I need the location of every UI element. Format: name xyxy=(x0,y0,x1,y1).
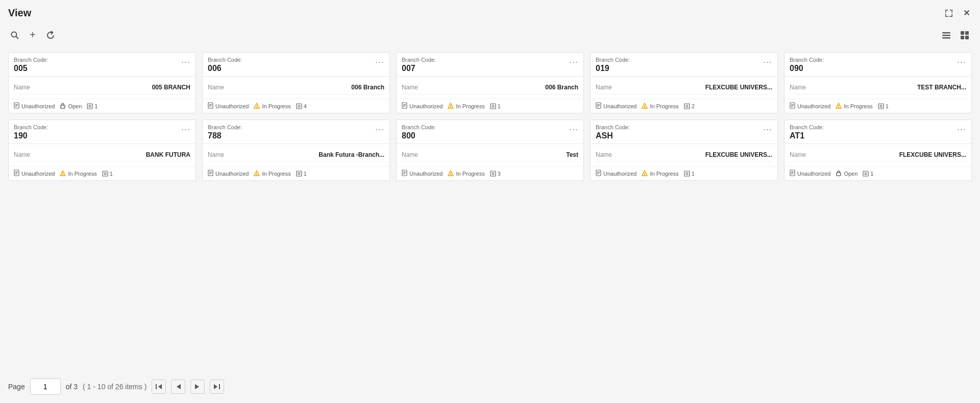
doc-icon-5 xyxy=(14,170,19,177)
doc-icon-2 xyxy=(402,102,407,110)
status2-text-0: Open xyxy=(68,103,82,109)
svg-point-101 xyxy=(645,175,645,175)
card-8[interactable]: Branch Code: ASH ··· Name FLEXCUBE UNIVE… xyxy=(590,120,778,181)
card-3[interactable]: Branch Code: 019 ··· Name FLEXCUBE UNIVE… xyxy=(590,52,778,113)
status-progress-8: In Progress xyxy=(642,170,678,177)
card-body-9: Name FLEXCUBE UNIVERS... xyxy=(785,144,971,166)
card-menu-8[interactable]: ··· xyxy=(763,124,772,135)
card-2[interactable]: Branch Code: 007 ··· Name 006 Branch xyxy=(396,52,584,113)
svg-rect-4 xyxy=(942,37,950,39)
first-page-button[interactable] xyxy=(152,380,166,394)
card-footer-0: Unauthorized Open 1 xyxy=(9,99,195,113)
add-button[interactable]: + xyxy=(28,27,38,43)
card-9[interactable]: Branch Code: AT1 ··· Name FLEXCUBE UNIVE… xyxy=(784,120,972,181)
expand-button[interactable] xyxy=(943,7,955,19)
card-menu-6[interactable]: ··· xyxy=(375,124,384,135)
status2-icon-1 xyxy=(254,103,260,110)
refresh-button[interactable] xyxy=(44,29,57,42)
branch-code-label-8: Branch Code: xyxy=(596,124,630,130)
card-body-2: Name 006 Branch xyxy=(397,77,583,99)
branch-code-label-3: Branch Code: xyxy=(596,57,630,63)
card-4[interactable]: Branch Code: 090 ··· Name TEST BRANCH... xyxy=(784,52,972,113)
card-footer-9: Unauthorized Open 1 xyxy=(785,167,971,180)
branch-code-9: AT1 xyxy=(790,130,824,144)
svg-rect-2 xyxy=(942,32,950,34)
name-value-2: 006 Branch xyxy=(545,84,578,91)
status-unauthorized-8: Unauthorized xyxy=(596,170,636,177)
next-page-button[interactable] xyxy=(190,380,205,394)
card-menu-7[interactable]: ··· xyxy=(569,124,578,135)
branch-code-label-7: Branch Code: xyxy=(402,124,436,130)
status2-text-6: In Progress xyxy=(262,171,290,177)
count-value-1: 4 xyxy=(304,103,307,109)
status2-icon-3 xyxy=(642,103,648,110)
title-bar-right: ✕ xyxy=(943,6,972,20)
page-input[interactable] xyxy=(30,378,61,395)
svg-rect-116 xyxy=(156,384,157,389)
close-button[interactable]: ✕ xyxy=(961,6,972,20)
card-body-6: Name Bank Futura -Branch... xyxy=(203,144,389,166)
card-footer-2: Unauthorized In Progress 1 xyxy=(397,99,583,113)
count-badge-3: 2 xyxy=(684,103,695,109)
name-value-7: Test xyxy=(566,151,578,158)
status-unauthorized-4: Unauthorized xyxy=(790,102,830,110)
branch-code-7: 800 xyxy=(402,130,436,144)
cards-row-1: Branch Code: 005 ··· Name 005 BRANCH xyxy=(8,52,972,113)
card-menu-4[interactable]: ··· xyxy=(957,57,966,67)
doc-icon-7 xyxy=(402,170,407,177)
status-unauthorized-7: Unauthorized xyxy=(402,170,443,177)
card-menu-9[interactable]: ··· xyxy=(957,124,966,135)
count-badge-0: 1 xyxy=(87,103,97,109)
prev-page-button[interactable] xyxy=(171,380,185,394)
doc-icon-4 xyxy=(790,102,795,110)
branch-code-1: 006 xyxy=(208,63,242,76)
status-unauthorized-0: Unauthorized xyxy=(14,102,55,110)
status2-icon-6 xyxy=(254,170,260,177)
card-body-7: Name Test xyxy=(397,144,583,166)
status-progress-0: Open xyxy=(60,103,82,110)
card-1[interactable]: Branch Code: 006 ··· Name 006 Branch xyxy=(202,52,390,113)
card-footer-6: Unauthorized In Progress 1 xyxy=(203,167,389,180)
status-progress-1: In Progress xyxy=(254,103,290,110)
svg-line-1 xyxy=(16,36,19,39)
name-value-4: TEST BRANCH... xyxy=(917,84,966,91)
search-button[interactable] xyxy=(8,29,21,42)
card-menu-2[interactable]: ··· xyxy=(569,57,578,67)
svg-rect-5 xyxy=(961,31,964,35)
toolbar-right xyxy=(939,28,972,42)
status2-text-5: In Progress xyxy=(68,171,96,177)
page-label: Page xyxy=(8,383,25,391)
status2-icon-0 xyxy=(60,103,66,110)
svg-marker-117 xyxy=(177,384,181,389)
branch-code-label-1: Branch Code: xyxy=(208,57,242,63)
doc-icon-6 xyxy=(208,170,213,177)
svg-rect-110 xyxy=(837,173,841,176)
status1-text-0: Unauthorized xyxy=(21,103,55,109)
list-view-button[interactable] xyxy=(939,28,953,42)
card-0[interactable]: Branch Code: 005 ··· Name 005 BRANCH xyxy=(8,52,196,113)
grid-view-button[interactable] xyxy=(958,28,972,42)
toolbar: + xyxy=(0,24,980,46)
card-name-row-6: Name Bank Futura -Branch... xyxy=(208,148,384,162)
status2-text-2: In Progress xyxy=(456,103,484,109)
svg-point-57 xyxy=(839,107,839,108)
status-unauthorized-6: Unauthorized xyxy=(208,170,249,177)
name-value-8: FLEXCUBE UNIVERS... xyxy=(705,151,772,158)
count-value-7: 3 xyxy=(498,171,501,177)
card-5[interactable]: Branch Code: 190 ··· Name BANK FUTURA xyxy=(8,120,196,181)
status2-icon-2 xyxy=(448,103,454,110)
card-menu-3[interactable]: ··· xyxy=(763,57,772,67)
card-6[interactable]: Branch Code: 788 ··· Name Bank Futura -B… xyxy=(202,120,390,181)
count-badge-6: 1 xyxy=(296,171,307,177)
card-footer-3: Unauthorized In Progress 2 xyxy=(591,99,777,113)
svg-rect-8 xyxy=(965,36,969,39)
doc-icon-1 xyxy=(208,102,213,110)
last-page-button[interactable] xyxy=(210,380,224,394)
status2-icon-7 xyxy=(448,170,454,177)
card-7[interactable]: Branch Code: 800 ··· Name Test xyxy=(396,120,584,181)
card-menu-0[interactable]: ··· xyxy=(181,57,190,67)
card-menu-1[interactable]: ··· xyxy=(375,57,384,67)
status-unauthorized-3: Unauthorized xyxy=(596,102,636,110)
card-menu-5[interactable]: ··· xyxy=(181,124,190,135)
card-body-0: Name 005 BRANCH xyxy=(9,77,195,99)
